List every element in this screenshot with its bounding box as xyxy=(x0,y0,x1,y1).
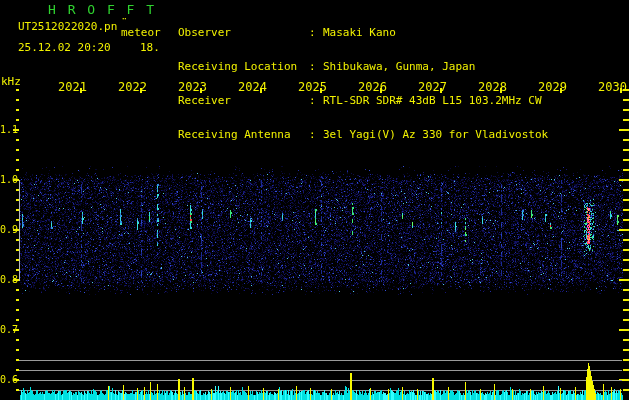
info-row-location: Receiving Location : Shibukawa, Gunma, J… xyxy=(178,61,548,73)
freq-tick-label: 0.7 xyxy=(0,325,18,335)
info-label: Receiver xyxy=(178,95,309,107)
info-value: RTL-SDR SDR# 43dB L15 103.2MHz CW xyxy=(323,95,542,107)
info-colon: : xyxy=(309,95,323,107)
freq-tick-label: 1.0 xyxy=(0,175,18,185)
freq-tick-label: 1.1 xyxy=(0,125,18,135)
freq-tick-label: 0.6 xyxy=(0,375,18,385)
time-tick-label: 2023 xyxy=(178,81,207,93)
time-tick-label: 2021 xyxy=(58,81,87,93)
time-tick-label: 2024 xyxy=(238,81,267,93)
info-value: Masaki Kano xyxy=(323,27,396,39)
info-value: 3el Yagi(V) Az 330 for Vladivostok xyxy=(323,129,548,141)
time-tick-label: 2027 xyxy=(418,81,447,93)
info-row-receiver: Receiver : RTL-SDR SDR# 43dB L15 103.2MH… xyxy=(178,95,548,107)
freq-tick-label: 0.8 xyxy=(0,275,18,285)
info-colon: : xyxy=(309,27,323,39)
freq-axis-unit: kHz xyxy=(1,76,21,87)
time-tick-label: 2028 xyxy=(478,81,507,93)
time-tick-label: 2026 xyxy=(358,81,387,93)
info-row-antenna: Receiving Antenna : 3el Yagi(V) Az 330 f… xyxy=(178,129,548,141)
time-tick-label: 2022 xyxy=(118,81,147,93)
info-colon: : xyxy=(309,61,323,73)
info-value: Shibukawa, Gunma, Japan xyxy=(323,61,475,73)
info-row-observer: Observer : Masaki Kano xyxy=(178,27,548,39)
freq-tick-label: 0.9 xyxy=(0,225,18,235)
hrofft-window: H R O F F T UT2512022020.pn ¨ meteor 25.… xyxy=(0,0,629,400)
output-file-label: UT2512022020.pn xyxy=(18,21,117,32)
datetime-label: 25.12.02 20:20 xyxy=(18,42,111,53)
time-tick-label: 2029 xyxy=(538,81,567,93)
info-colon: : xyxy=(309,129,323,141)
info-label: Receiving Location xyxy=(178,61,309,73)
info-label: Receiving Antenna xyxy=(178,129,309,141)
station-code-label: meteor xyxy=(121,27,161,38)
app-title: H R O F F T xyxy=(48,3,156,16)
time-tick-label: 2030 xyxy=(598,81,627,93)
echo-count-label: 18. xyxy=(140,42,160,53)
info-label: Observer xyxy=(178,27,309,39)
time-tick-label: 2025 xyxy=(298,81,327,93)
